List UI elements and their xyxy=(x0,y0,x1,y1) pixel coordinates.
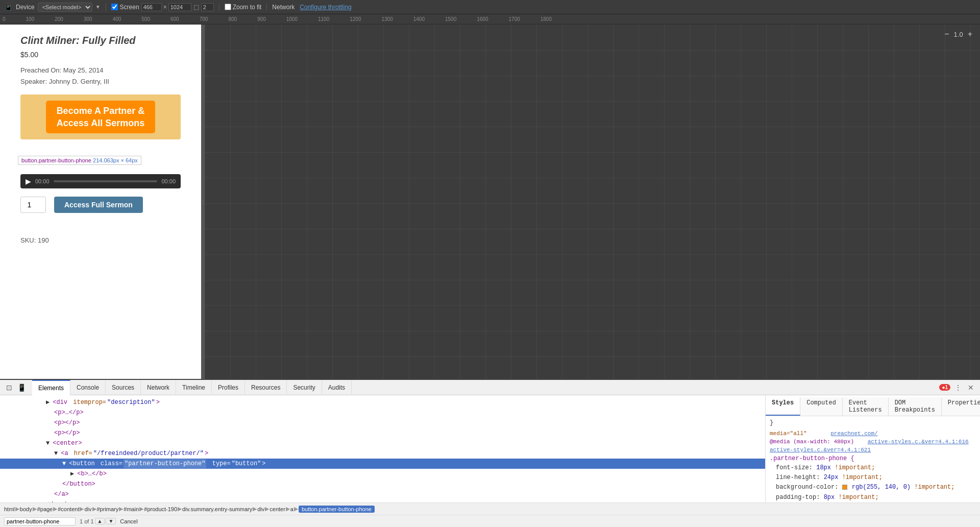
dropdown-icon: ▼ xyxy=(95,4,101,10)
device-label: Device xyxy=(16,4,35,11)
sermon-meta: Preached On: May 25, 2014 Speaker: Johnn… xyxy=(20,65,181,87)
tab-profiles[interactable]: Profiles xyxy=(212,380,245,395)
main-area: Clint Milner: Fully Filled $5.00 Preache… xyxy=(0,25,980,527)
quantity-input[interactable] xyxy=(20,197,46,213)
audio-player: ▶ 00:00 00:00 xyxy=(20,174,181,188)
dom-line: ▶ <b>…</b> xyxy=(0,469,765,479)
styles-panel: Styles Computed Event Listeners DOM Brea… xyxy=(766,395,980,502)
tooltip-dims: 214.063px × 64px xyxy=(93,157,138,163)
tab-console[interactable]: Console xyxy=(70,380,106,395)
dom-line-highlighted[interactable]: ▼ <button class= "partner-button-phone" … xyxy=(0,459,765,469)
ruler-bar: 0 100 200 300 400 500 600 700 800 900 10… xyxy=(0,14,980,25)
search-nav: 1 of 1 ▲ ▼ xyxy=(80,518,116,524)
time-end: 00:00 xyxy=(161,178,176,184)
styles-tab-computed[interactable]: Computed xyxy=(800,397,843,416)
dom-line: </a> xyxy=(0,489,765,499)
breadcrumb-body[interactable]: body xyxy=(20,506,32,512)
devtools-more-button[interactable]: ⋮ xyxy=(952,384,964,392)
color-swatch xyxy=(842,485,847,490)
purchase-row: Access Full Sermon xyxy=(20,197,181,213)
devtools-tabs: ⊡ 📱 Elements Console Sources Network Tim… xyxy=(0,380,980,395)
devtools-inspect-button[interactable]: ⊡ xyxy=(4,384,14,392)
zoom-in-button[interactable]: + xyxy=(966,30,974,39)
play-button[interactable]: ▶ xyxy=(26,177,31,185)
zoom-out-button[interactable]: − xyxy=(943,30,950,39)
breadcrumb-page[interactable]: #page xyxy=(37,506,53,512)
time-start: 00:00 xyxy=(35,178,50,184)
progress-bar[interactable] xyxy=(54,180,158,182)
css-prop-font-size: font-size: 18px !important; xyxy=(776,463,976,473)
preview-and-dark: Clint Milner: Fully Filled $5.00 Preache… xyxy=(0,25,980,379)
access-full-sermon-button[interactable]: Access Full Sermon xyxy=(54,197,143,213)
price-tag: $5.00 xyxy=(20,51,181,59)
device-icon: 📱 xyxy=(4,3,13,11)
breadcrumb-center[interactable]: center xyxy=(270,506,285,512)
width-input[interactable] xyxy=(141,3,162,11)
styles-tab-event-listeners[interactable]: Event Listeners xyxy=(843,397,889,416)
zoom-checkbox[interactable] xyxy=(225,4,231,10)
screen-checkbox[interactable] xyxy=(111,4,118,10)
network-section: Network xyxy=(266,4,295,11)
devtools-close-button[interactable]: ✕ xyxy=(966,384,976,392)
breadcrumb-a[interactable]: a xyxy=(290,506,293,512)
tab-network[interactable]: Network xyxy=(141,380,176,395)
css-prop-padding-top: padding-top: 8px !important; xyxy=(776,493,976,502)
dom-line: </button> xyxy=(0,479,765,489)
breadcrumb-summary[interactable]: div.summary.entry-summary xyxy=(182,506,252,512)
tab-elements[interactable]: Elements xyxy=(32,380,70,395)
breadcrumb-content[interactable]: #content xyxy=(58,506,79,512)
breadcrumb-product[interactable]: #product-190 xyxy=(144,506,177,512)
tab-audits[interactable]: Audits xyxy=(322,380,352,395)
css-media-block: media="all" preachnet.com/ @media (max-w… xyxy=(770,430,976,502)
height-input[interactable] xyxy=(168,3,191,11)
search-bar: 1 of 1 ▲ ▼ Cancel xyxy=(0,515,980,527)
zoom-to-fit-section: Zoom to fit xyxy=(219,4,262,11)
tooltip-element-name: button.partner-button-phone xyxy=(21,157,91,163)
tab-resources[interactable]: Resources xyxy=(245,380,287,395)
scale-input[interactable] xyxy=(201,3,214,11)
screen-section: Screen × ⬚ xyxy=(106,3,214,11)
partner-button-wrapper: Become A Partner & Access All Sermons xyxy=(20,94,181,139)
css-prop-line-height: line-height: 24px !important; xyxy=(776,473,976,483)
tab-security[interactable]: Security xyxy=(287,380,322,395)
dom-panel: ▶ <div itemprop= "description" > <p>…</p… xyxy=(0,395,766,502)
ruler: 0 100 200 300 400 500 600 700 800 900 10… xyxy=(0,16,980,22)
speaker: Speaker: Johnny D. Gentry, III xyxy=(20,76,181,87)
search-next-button[interactable]: ▼ xyxy=(106,518,116,524)
styles-tabs: Styles Computed Event Listeners DOM Brea… xyxy=(766,397,980,416)
styles-tab-properties[interactable]: Properties xyxy=(942,397,980,416)
search-cancel-button[interactable]: Cancel xyxy=(120,518,137,524)
zoom-to-fit-label: Zoom to fit xyxy=(233,4,262,11)
devtools-mobile-button[interactable]: 📱 xyxy=(15,384,28,392)
breadcrumb-main[interactable]: #main xyxy=(124,506,139,512)
search-prev-button[interactable]: ▲ xyxy=(95,518,105,524)
search-input[interactable] xyxy=(4,517,76,525)
styles-content: } media="all" preachnet.com/ @media (max… xyxy=(766,416,980,502)
partner-button[interactable]: Become A Partner & Access All Sermons xyxy=(46,101,155,133)
preview-panel: Clint Milner: Fully Filled $5.00 Preache… xyxy=(0,25,202,379)
search-count: 1 of 1 xyxy=(80,518,94,524)
dom-line: <p></p> xyxy=(0,418,765,428)
breadcrumb-button[interactable]: button.partner-button-phone xyxy=(299,506,375,513)
tab-timeline[interactable]: Timeline xyxy=(176,380,212,395)
css-selector: .partner-button-phone { xyxy=(770,455,976,462)
breadcrumb-div[interactable]: div xyxy=(84,506,91,512)
breadcrumb-primary[interactable]: #primary xyxy=(97,506,119,512)
breadcrumb-div2[interactable]: div xyxy=(257,506,264,512)
css-closing-block: } xyxy=(770,419,976,426)
preached-on: Preached On: May 25, 2014 xyxy=(20,65,181,76)
dimensions: × xyxy=(141,3,191,11)
element-tooltip: button.partner-button-phone 214.063px × … xyxy=(18,156,141,165)
styles-tab-styles[interactable]: Styles xyxy=(766,397,800,416)
dom-line: ▼ <center> xyxy=(0,438,765,448)
sermon-title: Clint Milner: Fully Filled xyxy=(20,35,181,46)
screen-label: Screen xyxy=(120,4,139,11)
device-model-select[interactable]: <Select model> xyxy=(38,3,92,12)
configure-throttling-link[interactable]: Configure throttling xyxy=(300,4,351,11)
tab-sources[interactable]: Sources xyxy=(106,380,141,395)
css-prop-bg-color: background-color: rgb(255, 140, 0) !impo… xyxy=(776,483,976,492)
devtools-panel: ⊡ 📱 Elements Console Sources Network Tim… xyxy=(0,379,980,527)
breadcrumb-html[interactable]: html xyxy=(4,506,15,512)
sku-label: SKU: 190 xyxy=(20,236,181,244)
styles-tab-dom-breakpoints[interactable]: DOM Breakpoints xyxy=(889,397,942,416)
